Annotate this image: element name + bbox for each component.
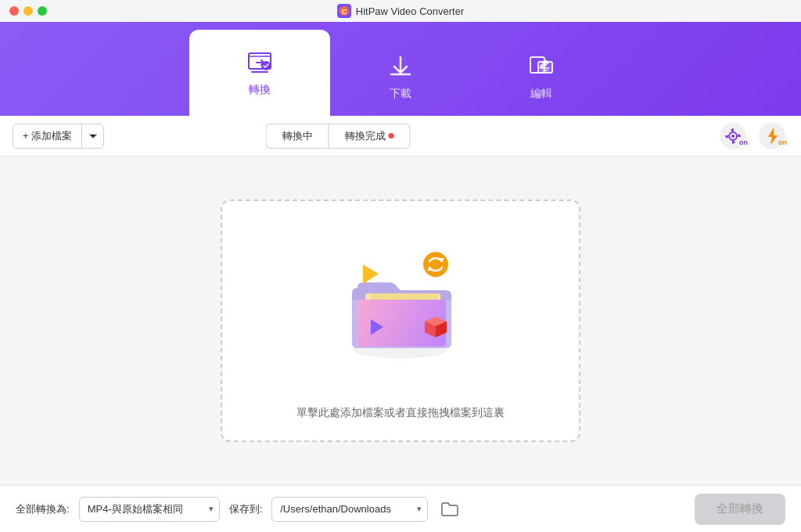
add-file-dropdown-button[interactable]	[81, 124, 103, 148]
maximize-button[interactable]	[38, 6, 47, 16]
add-file-button-group[interactable]: + 添加檔案	[13, 124, 104, 149]
nav-tab-edit[interactable]: 編輯	[471, 38, 612, 116]
nav-tab-download[interactable]: 下載	[330, 38, 471, 116]
minimize-button[interactable]	[23, 6, 33, 16]
save-path-select[interactable]: /Users/ethan/Downloads	[271, 497, 428, 522]
svg-text:C: C	[342, 8, 347, 16]
main-content: 單擊此處添加檔案或者直接拖拽檔案到這裏	[0, 156, 801, 485]
main-nav: 轉換 下載 編輯	[0, 22, 801, 116]
traffic-lights	[9, 6, 47, 16]
svg-text:on: on	[739, 138, 748, 146]
svg-point-21	[423, 252, 448, 277]
save-to-label: 保存到:	[229, 502, 263, 516]
sub-tab-done[interactable]: 轉換完成	[329, 124, 411, 149]
save-path-select-wrapper[interactable]: /Users/ethan/Downloads	[271, 497, 428, 522]
toolbar: + 添加檔案 轉換中 轉換完成	[0, 116, 801, 156]
format-select-wrapper[interactable]: MP4-與原始檔案相同	[79, 497, 220, 522]
browse-folder-button[interactable]	[437, 497, 462, 522]
drop-zone[interactable]: 單擊此處添加檔案或者直接拖拽檔案到這裏	[221, 200, 580, 442]
app-logo: C	[337, 4, 351, 18]
title-bar: C HitPaw Video Converter	[0, 0, 801, 22]
convert-all-label: 全部轉換為:	[16, 502, 70, 516]
bottom-bar: 全部轉換為: MP4-與原始檔案相同 保存到: /Users/ethan/Dow…	[0, 485, 801, 532]
nav-tab-convert[interactable]: 轉換	[189, 30, 330, 116]
drop-zone-illustration	[314, 221, 487, 394]
sub-tab-group: 轉換中 轉換完成	[266, 124, 411, 149]
toolbar-right: on on	[717, 120, 788, 153]
close-button[interactable]	[9, 6, 19, 16]
hw-accel-icon-2[interactable]: on	[756, 120, 788, 153]
hw-accel-icon-1[interactable]: on	[717, 120, 749, 153]
svg-text:on: on	[778, 138, 787, 146]
done-badge	[389, 133, 394, 138]
sub-tab-converting[interactable]: 轉換中	[266, 124, 329, 149]
convert-all-button[interactable]: 全部轉換	[695, 494, 785, 525]
format-select[interactable]: MP4-與原始檔案相同	[79, 497, 220, 522]
app-title: C HitPaw Video Converter	[337, 4, 465, 18]
add-file-main-button[interactable]: + 添加檔案	[13, 124, 81, 148]
svg-point-8	[731, 135, 735, 138]
drop-zone-hint: 單擊此處添加檔案或者直接拖拽檔案到這裏	[296, 406, 505, 420]
